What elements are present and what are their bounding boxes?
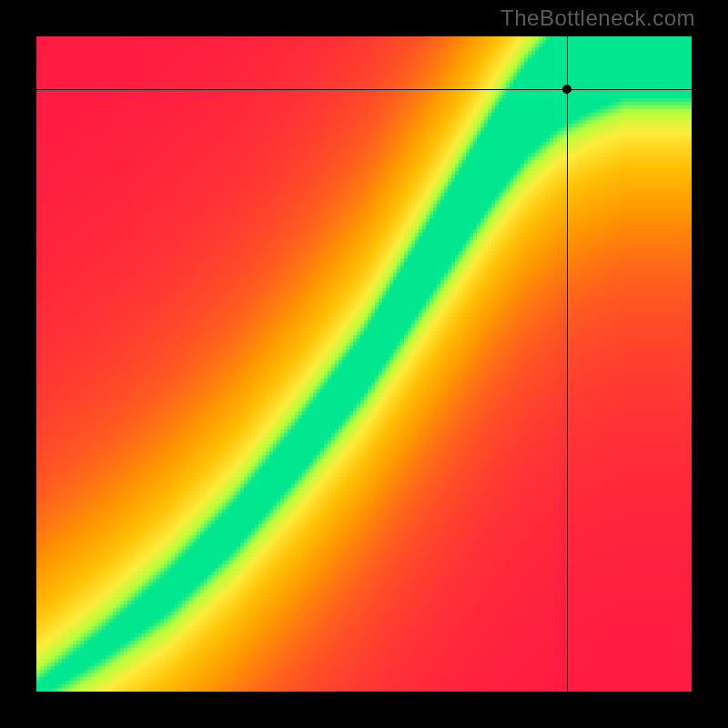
heatmap-canvas <box>36 36 692 692</box>
watermark-text: TheBottleneck.com <box>500 5 695 31</box>
heatmap-plot <box>36 36 692 692</box>
crosshair-horizontal <box>36 89 692 90</box>
selection-marker <box>562 85 571 94</box>
chart-frame: TheBottleneck.com <box>0 0 728 728</box>
crosshair-vertical <box>567 36 568 692</box>
